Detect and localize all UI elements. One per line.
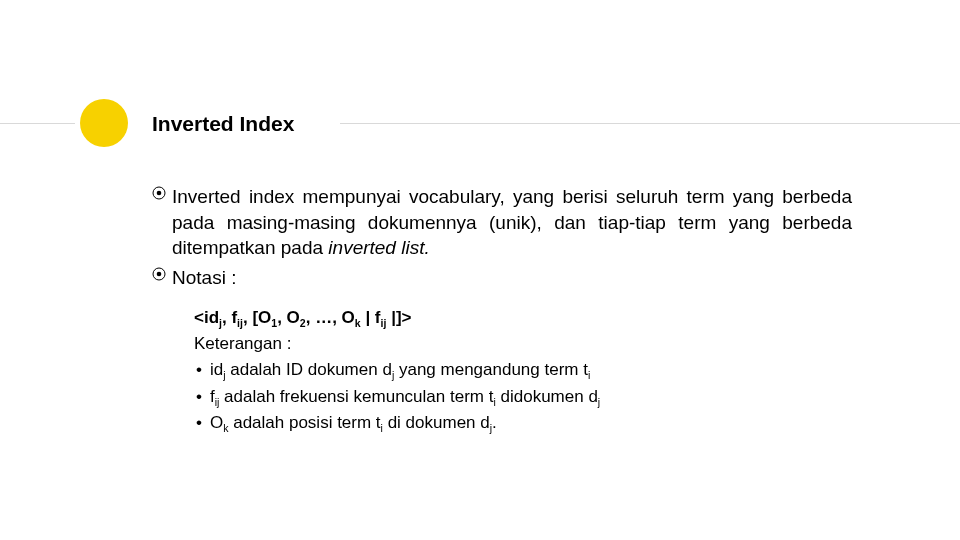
divider-right [340, 123, 960, 124]
bullet-text: Inverted index mempunyai vocabulary, yan… [172, 184, 852, 261]
keterangan-text: idj adalah ID dokumen dj yang mengandung… [210, 357, 590, 383]
slide: Inverted Index Inverted index mempunyai … [0, 0, 960, 540]
target-bullet-icon [152, 267, 166, 281]
svg-point-3 [157, 272, 162, 277]
notation-formula: <idj, fij, [O1, O2, …, Ok | fij |]> [194, 305, 852, 331]
keterangan-item: • Ok adalah posisi term ti di dokumen dj… [194, 410, 852, 436]
bullet-dot-icon: • [196, 384, 202, 410]
keterangan-item: • fij adalah frekuensi kemunculan term t… [194, 384, 852, 410]
accent-circle-icon [80, 99, 128, 147]
divider-left [0, 123, 75, 124]
keterangan-item: • idj adalah ID dokumen dj yang mengandu… [194, 357, 852, 383]
keterangan-text: fij adalah frekuensi kemunculan term ti … [210, 384, 600, 410]
svg-point-1 [157, 191, 162, 196]
keterangan-text: Ok adalah posisi term ti di dokumen dj. [210, 410, 497, 436]
bullet-item: Inverted index mempunyai vocabulary, yan… [152, 184, 852, 261]
bullet-item: Notasi : [152, 265, 852, 291]
slide-body: Inverted index mempunyai vocabulary, yan… [152, 184, 852, 436]
keterangan-label: Keterangan : [194, 331, 852, 357]
notation-block: <idj, fij, [O1, O2, …, Ok | fij |]> Kete… [194, 305, 852, 437]
bullet-dot-icon: • [196, 410, 202, 436]
target-bullet-icon [152, 186, 166, 200]
bullet-text: Notasi : [172, 265, 236, 291]
bullet-dot-icon: • [196, 357, 202, 383]
slide-title: Inverted Index [152, 112, 294, 136]
